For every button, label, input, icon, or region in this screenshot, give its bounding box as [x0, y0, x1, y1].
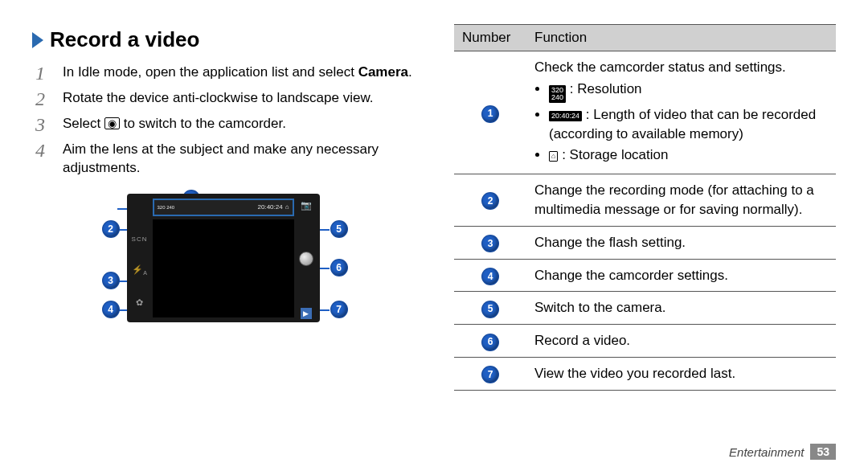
table-row: 2 Change the recording mode (for attachi…: [454, 174, 836, 227]
flash-icon: ⚡A: [132, 264, 147, 276]
table-row: 4 Change the camcorder settings.: [454, 259, 836, 292]
callout-6: 6: [331, 260, 347, 276]
camcorder-illustration: 1 2 3 4 5 6 7 320 240 20:40:24 ⌂ SCN ⚡A …: [95, 194, 352, 322]
left-controls: SCN ⚡A ✿: [130, 224, 149, 319]
footer-page-number: 53: [810, 444, 836, 460]
chevron-icon: [32, 32, 43, 48]
row-bullets: 320240 : Resolution 20:40:24 : Length of…: [534, 80, 828, 165]
left-column: Record a video 1 In Idle mode, open the …: [32, 24, 438, 455]
gear-icon: ✿: [136, 297, 143, 308]
footer-category: Entertainment: [729, 445, 804, 459]
row-badge: 3: [482, 236, 498, 252]
table-row: 5 Switch to the camera.: [454, 292, 836, 325]
status-bar: 320 240 20:40:24 ⌂: [153, 199, 294, 216]
switch-camera-icon: 📷: [301, 200, 312, 211]
camcorder-body: 320 240 20:40:24 ⌂ SCN ⚡A ✿ 📷 ▶: [127, 194, 320, 322]
table-row: 6 Record a video.: [454, 325, 836, 358]
step-text: Rotate the device anti-clockwise to land…: [63, 89, 414, 108]
table-row: 7 View the video you recorded last.: [454, 357, 836, 390]
step-text: Select ◉ to switch to the camcorder.: [63, 115, 414, 133]
step-num: 4: [35, 141, 58, 160]
camera-icon: ◉: [104, 117, 120, 129]
play-last-icon: ▶: [301, 308, 312, 319]
resolution-icon: 320240: [549, 85, 566, 103]
page-footer: Entertainment 53: [729, 444, 836, 460]
row-badge: 7: [482, 367, 498, 383]
step-text: Aim the lens at the subject and make any…: [63, 141, 414, 178]
step-1: 1 In Idle mode, open the application lis…: [35, 63, 414, 83]
duration-icon: 20:40:24: [549, 111, 582, 121]
row-lead: Check the camcorder status and settings.: [534, 58, 828, 77]
callout-5: 5: [331, 221, 347, 237]
step-4: 4 Aim the lens at the subject and make a…: [35, 141, 414, 178]
callout-4: 4: [103, 301, 119, 317]
section-heading: Record a video: [32, 27, 414, 52]
scn-icon: SCN: [132, 236, 148, 243]
record-button-icon: [299, 252, 313, 266]
storage-indicator: ⌂: [285, 203, 289, 211]
row-badge: 6: [482, 334, 498, 350]
row-lead: Change the recording mode (for attaching…: [526, 174, 836, 227]
row-lead: Record a video.: [526, 325, 836, 358]
right-controls: 📷 ▶: [297, 200, 315, 319]
function-table: Number Function 1 Check the camcorder st…: [454, 24, 836, 391]
th-number: Number: [454, 25, 526, 51]
right-column: Number Function 1 Check the camcorder st…: [438, 24, 836, 455]
time-remaining: 20:40:24: [258, 203, 283, 211]
step-num: 2: [35, 89, 58, 109]
viewfinder: [153, 219, 294, 317]
storage-icon: ⌂: [549, 151, 558, 162]
row-badge: 2: [482, 193, 498, 209]
row-badge: 5: [482, 301, 498, 317]
row-badge: 1: [482, 106, 498, 122]
row-lead: Switch to the camera.: [526, 292, 836, 325]
callout-3: 3: [103, 272, 119, 289]
resolution-indicator: 320 240: [158, 205, 175, 210]
callout-7: 7: [331, 301, 347, 317]
row-lead: Change the flash setting.: [526, 226, 836, 259]
steps-list: 1 In Idle mode, open the application lis…: [35, 63, 414, 178]
row-lead: Change the camcorder settings.: [526, 259, 836, 292]
section-title: Record a video: [50, 27, 199, 52]
callout-2: 2: [103, 221, 119, 237]
step-text: In Idle mode, open the application list …: [63, 63, 414, 82]
row-badge: 4: [482, 268, 498, 285]
row-lead: View the video you recorded last.: [526, 357, 836, 390]
step-num: 1: [35, 63, 58, 83]
step-3: 3 Select ◉ to switch to the camcorder.: [35, 115, 414, 134]
table-row: 1 Check the camcorder status and setting…: [454, 51, 836, 174]
table-row: 3 Change the flash setting.: [454, 226, 836, 259]
step-num: 3: [35, 115, 58, 134]
th-function: Function: [526, 25, 836, 51]
step-2: 2 Rotate the device anti-clockwise to la…: [35, 89, 414, 109]
